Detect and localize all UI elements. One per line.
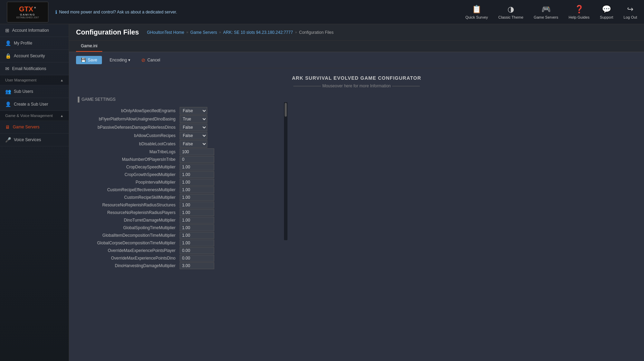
sidebar-item-label: Account Information xyxy=(12,28,49,33)
tab-bar: Game.ini xyxy=(69,41,644,52)
field-control-wrapper xyxy=(180,232,283,239)
table-row: MaxTribeLogs xyxy=(76,148,283,155)
field-select-bdisablelootcrates[interactable]: FalseTrue xyxy=(180,140,207,148)
sidebar-item-label: My Profile xyxy=(14,41,32,46)
field-input-customrecipeskillmultiplier[interactable] xyxy=(180,194,214,201)
field-control-wrapper xyxy=(180,156,283,163)
field-control-wrapper xyxy=(180,262,283,269)
field-label: ResourceNoReplenishRadiusPlayers xyxy=(76,210,180,215)
sidebar-item-account-security[interactable]: 🔒 Account Security xyxy=(0,50,69,62)
field-input-maxnumberofplayersintribe[interactable] xyxy=(180,156,214,163)
field-input-globalitemdecompositiontimemultiplier[interactable] xyxy=(180,232,214,239)
table-row: MaxNumberOfPlayersInTribe xyxy=(76,156,283,163)
breadcrumb-server[interactable]: ARK: SE 10 slots 94.23.180.242:7777 xyxy=(223,30,293,35)
field-label: ResourceNoReplenishRadiusStructures xyxy=(76,203,180,207)
field-input-globalspoilingtimemultiplier[interactable] xyxy=(180,224,214,231)
sidebar-item-label: Voice Services xyxy=(14,137,41,142)
user-management-label: User Management xyxy=(5,78,37,82)
nav-support[interactable]: 💬 Support xyxy=(600,5,613,19)
field-input-cropdecayspeedmultiplier[interactable] xyxy=(180,164,214,170)
logo-area[interactable]: GTX ✕ GAMING ESTABLISHED 2007 xyxy=(7,2,48,22)
field-control-wrapper xyxy=(180,186,283,193)
table-row: bOnlyAllowSpecifiedEngramsFalseTrue xyxy=(76,107,283,115)
sidebar-item-my-profile[interactable]: 👤 My Profile xyxy=(0,37,69,50)
table-row: PoopIntervalMultiplier xyxy=(76,179,283,186)
nav-quick-survey[interactable]: 📋 Quick Survey xyxy=(465,5,488,19)
subtitle-line-left xyxy=(293,86,321,86)
sidebar-item-create-sub-user[interactable]: 👤 Create a Sub User xyxy=(0,98,69,111)
breadcrumb-home[interactable]: GHoultonTest Home xyxy=(147,30,184,35)
user-management-section[interactable]: User Management ▲ xyxy=(0,75,69,85)
field-input-overridemaxexperiencepointsdino[interactable] xyxy=(180,255,214,262)
sidebar-item-label: Email Notifications xyxy=(12,66,46,71)
fields-container: bOnlyAllowSpecifiedEngramsFalseTruebFlye… xyxy=(76,107,283,269)
sidebar-item-account-information[interactable]: ⊞ Account Information xyxy=(0,24,69,37)
field-input-dinoharvestingdamagemultiplier[interactable] xyxy=(180,262,214,269)
save-button[interactable]: 💾 Save xyxy=(76,56,102,64)
field-input-dinoturretdamagemultiplier[interactable] xyxy=(180,217,214,224)
field-select-bflyerplatformallowunaligneddinobasing[interactable]: FalseTrue xyxy=(180,115,207,123)
sidebar-item-voice-services[interactable]: 🎤 Voice Services xyxy=(0,134,69,146)
field-input-overridemaxexperiencepointsplayer[interactable] xyxy=(180,247,214,254)
nav-log-out[interactable]: ↪ Log Out xyxy=(624,5,637,19)
field-input-poopintervalmultiplier[interactable] xyxy=(180,179,214,186)
field-control-wrapper xyxy=(180,255,283,262)
field-label: OverrideMaxExperiencePointsDino xyxy=(76,256,180,261)
table-row: CropGrowthSpeedMultiplier xyxy=(76,171,283,178)
game-voice-section[interactable]: Game & Voice Management ▲ xyxy=(0,111,69,121)
field-control-wrapper: FalseTrue xyxy=(180,132,283,139)
field-control-wrapper xyxy=(180,148,283,155)
toolbar: 💾 Save Encoding ▾ ⊘ Cancel xyxy=(69,52,644,68)
field-control-wrapper: FalseTrue xyxy=(180,107,283,115)
cancel-button[interactable]: ⊘ Cancel xyxy=(138,56,163,65)
encoding-button[interactable]: Encoding ▾ xyxy=(106,56,134,64)
config-area: ARK SURVIVAL EVOLVED GAME CONFIGURATOR M… xyxy=(69,68,644,277)
field-input-cropgrowthspeedmultiplier[interactable] xyxy=(180,171,214,178)
field-label: bOnlyAllowSpecifiedEngrams xyxy=(76,108,180,113)
create-sub-user-icon: 👤 xyxy=(5,101,11,107)
sidebar-item-label: Account Security xyxy=(14,53,45,58)
tab-game-ini[interactable]: Game.ini xyxy=(76,41,102,52)
nav-classic-theme[interactable]: ◑ Classic Theme xyxy=(498,5,523,19)
user-management-chevron: ▲ xyxy=(60,78,64,82)
field-input-resourcenoreplenishradiusplayers[interactable] xyxy=(180,209,214,216)
breadcrumb-game-servers[interactable]: Game Servers xyxy=(190,30,217,35)
info-message: Need more power and control? Ask us abou… xyxy=(59,10,177,14)
logo-gaming-label: GAMING xyxy=(20,13,35,16)
field-input-globalcorpsedecompositiontimemultiplier[interactable] xyxy=(180,240,214,246)
sidebar-item-game-servers[interactable]: 🖥 Game Servers xyxy=(0,121,69,134)
field-label: bPassiveDefensesDamageRiderlessDinos xyxy=(76,125,180,130)
email-notifications-icon: ✉ xyxy=(5,66,9,71)
field-select-bpassivedefensesdamageriderlessdinos[interactable]: FalseTrue xyxy=(180,124,207,131)
breadcrumb-sep-2: » xyxy=(219,30,221,34)
field-select-bonlyallowspecifiedengrams[interactable]: FalseTrue xyxy=(180,107,207,115)
settings-section-icon: ▐ xyxy=(76,97,79,102)
quick-survey-icon: 📋 xyxy=(472,5,481,14)
logout-label: Log Out xyxy=(624,15,637,19)
table-row: CropDecaySpeedMultiplier xyxy=(76,164,283,170)
field-label: DinoTurretDamageMultiplier xyxy=(76,218,180,223)
field-input-customrecipeeffectivenessmultiplier[interactable] xyxy=(180,186,214,193)
field-select-ballowcustomrecipes[interactable]: FalseTrue xyxy=(180,132,207,139)
field-control-wrapper xyxy=(180,240,283,246)
table-row: CustomRecipeSkillMultiplier xyxy=(76,194,283,201)
page-title: Configuration Files xyxy=(76,28,139,36)
game-servers-label: Game Servers xyxy=(534,15,558,19)
field-control-wrapper xyxy=(180,194,283,201)
field-input-resourcenoreplenishradiusstructures[interactable] xyxy=(180,202,214,208)
sidebar-item-email-notifications[interactable]: ✉ Email Notifications xyxy=(0,62,69,75)
field-input-maxtribelogs[interactable] xyxy=(180,148,214,155)
table-row: GlobalItemDecompositionTimeMultiplier xyxy=(76,232,283,239)
logo-gtx: GTX xyxy=(19,5,33,13)
sidebar-item-sub-users[interactable]: 👥 Sub Users xyxy=(0,85,69,98)
logo: GTX ✕ GAMING ESTABLISHED 2007 xyxy=(7,2,48,22)
table-row: CustomRecipeEffectivenessMultiplier xyxy=(76,186,283,193)
table-row: OverrideMaxExperiencePointsPlayer xyxy=(76,247,283,254)
field-label: bFlyerPlatformAllowUnalignedDinoBasing xyxy=(76,117,180,121)
nav-help-guides[interactable]: ❓ Help Guides xyxy=(569,5,590,19)
logout-icon: ↪ xyxy=(627,5,633,14)
table-row: DinoHarvestingDamageMultiplier xyxy=(76,262,283,269)
nav-game-servers[interactable]: 🎮 Game Servers xyxy=(534,5,558,19)
scroll-track[interactable] xyxy=(284,102,287,240)
configurator-subtitle: Mouseover here for more Information xyxy=(76,84,637,88)
